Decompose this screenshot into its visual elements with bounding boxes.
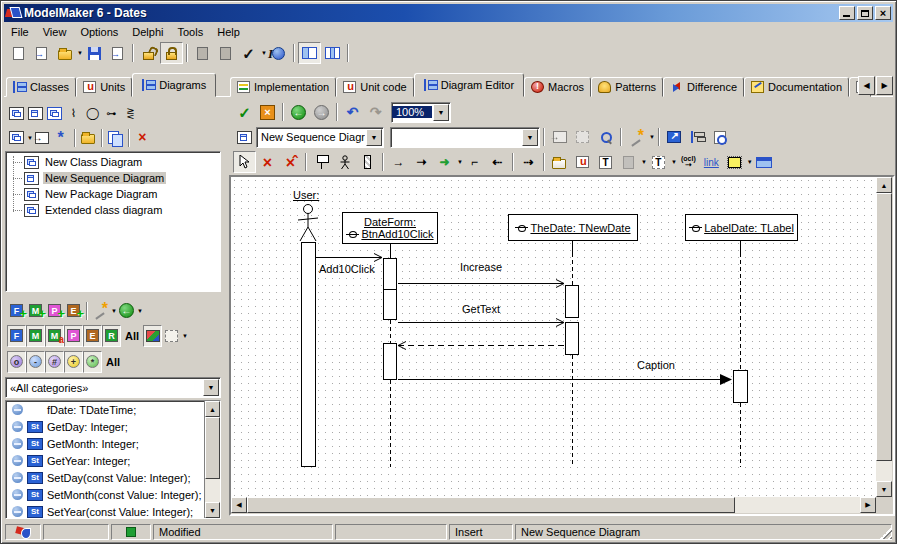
delete-with-model-button[interactable]: ×̂: [279, 151, 302, 173]
category-filter-combo[interactable]: «All categories» ▼: [5, 377, 221, 398]
editor-wizard-button[interactable]: [625, 126, 648, 148]
visibility-protected-button[interactable]: #: [45, 351, 64, 373]
member-row[interactable]: StSetMonth(const Value: Integer);: [6, 486, 220, 503]
diagram-selector-combo[interactable]: New Sequence Diagram ▼: [256, 127, 384, 148]
member-row[interactable]: StGetDay: Integer;: [6, 418, 220, 435]
diagram-tree[interactable]: New Class Diagram New Sequence Diagram N…: [5, 151, 221, 292]
scroll-down-button[interactable]: ▼: [876, 481, 892, 497]
save-as-button[interactable]: [106, 42, 129, 64]
tree-item-package-diagram[interactable]: New Package Diagram: [8, 186, 220, 202]
close-button[interactable]: ×: [875, 6, 891, 20]
member-row[interactable]: StGetYear: Integer;: [6, 452, 220, 469]
select-tool-button[interactable]: [233, 151, 256, 173]
menu-options[interactable]: Options: [73, 24, 125, 40]
package-shape-button[interactable]: [548, 151, 571, 173]
robustness-diagram-button[interactable]: ⊶: [102, 103, 121, 125]
add-method-button[interactable]: M: [26, 300, 45, 322]
tree-item-sequence-diagram[interactable]: New Sequence Diagram: [8, 170, 220, 186]
diagram-wizard-button[interactable]: [52, 127, 71, 149]
menu-view[interactable]: View: [36, 24, 74, 40]
filter-method-resolution-button[interactable]: M: [45, 325, 64, 347]
vertical-scroll-thumb[interactable]: [876, 193, 892, 461]
diagram-selector-dropdown[interactable]: ▼: [366, 129, 382, 146]
visibility-all-label[interactable]: All: [106, 356, 120, 368]
scroll-thumb[interactable]: [205, 417, 220, 479]
filter-methods-button[interactable]: M: [26, 325, 45, 347]
member-list-scrollbar[interactable]: ▲ ▼: [204, 401, 220, 518]
tab-units[interactable]: Units: [76, 77, 132, 97]
add-field-button[interactable]: F: [7, 300, 26, 322]
tab-diagram-editor[interactable]: Diagram Editor: [414, 73, 524, 97]
delete-diagram-button[interactable]: ×: [133, 127, 152, 149]
text-shape-button[interactable]: T: [594, 151, 617, 173]
save-model-button[interactable]: [83, 42, 106, 64]
redo-button[interactable]: ↷: [364, 101, 387, 123]
dashed-message-tool-button[interactable]: ⇢: [517, 151, 540, 173]
canvas-vertical-scrollbar[interactable]: ▲ ▼: [876, 177, 892, 497]
category-dropdown-button[interactable]: ▼: [203, 379, 219, 396]
disabled-page-button-1[interactable]: [191, 42, 214, 64]
activity-diagram-button[interactable]: ⋛: [121, 103, 140, 125]
outline-view-button[interactable]: [686, 126, 709, 148]
tab-scroll-left-button[interactable]: ◀: [858, 76, 875, 95]
visibility-public-button[interactable]: +: [64, 351, 83, 373]
activation-tool-button[interactable]: [356, 151, 379, 173]
open-folder-button[interactable]: [53, 42, 76, 64]
message-label-gettext[interactable]: GetText: [431, 303, 531, 315]
member-row[interactable]: StGetMonth: Integer;: [6, 435, 220, 452]
tab-documentation[interactable]: Documentation: [744, 77, 849, 97]
filter-events-button[interactable]: E: [83, 325, 102, 347]
navigate-forward-button[interactable]: →: [310, 101, 333, 123]
menu-file[interactable]: File: [4, 24, 36, 40]
visibility-private-button[interactable]: -: [26, 351, 45, 373]
apply-button[interactable]: ✓: [233, 101, 256, 123]
layout-columns-button[interactable]: [321, 42, 344, 64]
delete-symbol-button[interactable]: ×: [256, 151, 279, 173]
selection-dropdown-arrow[interactable]: ▼: [182, 333, 188, 339]
resize-grip[interactable]: [880, 527, 892, 539]
member-row[interactable]: StSetDay(const Value: Integer);: [6, 469, 220, 486]
open-diagram-folder-button[interactable]: [79, 127, 98, 149]
tab-macros[interactable]: Macros: [524, 77, 591, 97]
zoom-combo[interactable]: 100% ▼: [391, 102, 451, 123]
member-row[interactable]: fDate: TDateTime;: [6, 401, 220, 418]
annotation-shape-button[interactable]: T: [647, 151, 670, 173]
new-model-button[interactable]: [7, 42, 30, 64]
menu-delphi[interactable]: Delphi: [125, 24, 170, 40]
selection-mode-button[interactable]: [162, 325, 181, 347]
use-case-diagram-button[interactable]: ◯: [83, 103, 102, 125]
print-preview-button[interactable]: [709, 126, 732, 148]
navigate-back-button[interactable]: ←: [287, 101, 310, 123]
open-model-button[interactable]: [30, 42, 53, 64]
scroll-up-button[interactable]: ▲: [205, 401, 220, 417]
class-diagram-button[interactable]: [7, 103, 26, 125]
visibility-published-button[interactable]: *: [83, 351, 102, 373]
symbol-properties-button[interactable]: [571, 126, 594, 148]
add-diagram-button[interactable]: [7, 127, 26, 149]
apply-check-button[interactable]: ✓: [237, 42, 260, 64]
navigate-back-dropdown-arrow[interactable]: ▼: [137, 308, 143, 314]
fill-color-button[interactable]: [723, 151, 746, 173]
scroll-right-button[interactable]: ▶: [860, 497, 876, 513]
menu-tools[interactable]: Tools: [171, 24, 211, 40]
symbol-selector-dropdown[interactable]: ▼: [522, 129, 538, 146]
copy-diagram-button[interactable]: [106, 127, 125, 149]
tab-unit-code[interactable]: Unit code: [336, 77, 413, 97]
message-label-increase[interactable]: Increase: [431, 261, 531, 273]
symbol-selector-combo[interactable]: ▼: [390, 127, 540, 148]
menu-help[interactable]: Help: [210, 24, 247, 40]
tab-classes[interactable]: Classes: [6, 77, 76, 97]
visibility-default-button[interactable]: o: [7, 351, 26, 373]
reverse-message-tool-button[interactable]: ⇠: [486, 151, 509, 173]
tab-implementation[interactable]: Implementation: [230, 77, 336, 97]
add-message-to-model-button[interactable]: ➜: [433, 151, 456, 173]
message-tool-button[interactable]: →: [387, 151, 410, 173]
add-diagram-button[interactable]: [233, 126, 256, 148]
canvas-horizontal-scrollbar[interactable]: ◀ ▶: [231, 497, 876, 513]
add-event-button[interactable]: E: [64, 300, 83, 322]
navigate-back-button[interactable]: ←: [117, 300, 136, 322]
message-label-caption[interactable]: Caption: [606, 359, 706, 371]
actor-tool-button[interactable]: [333, 151, 356, 173]
tab-diagrams[interactable]: Diagrams: [132, 73, 216, 97]
ocl-tool-button[interactable]: (ocl)⇢: [677, 151, 700, 173]
